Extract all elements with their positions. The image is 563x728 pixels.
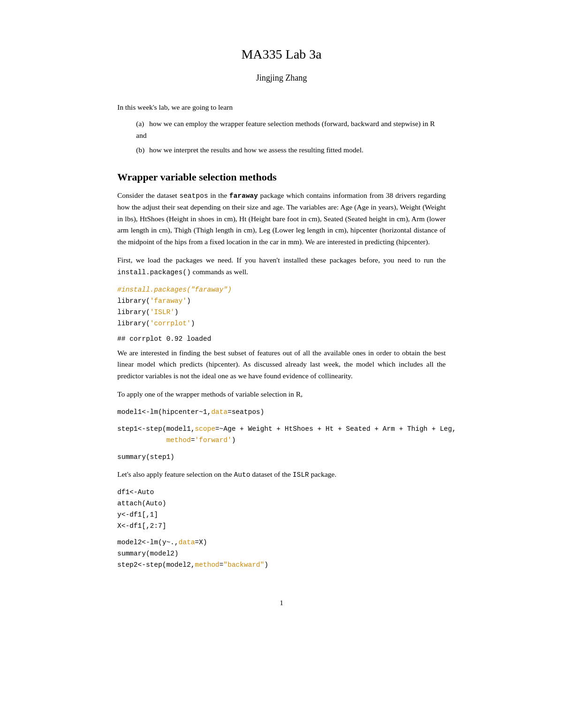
code-auto: Auto <box>234 471 251 479</box>
code-block-1: #install.packages("faraway") library('fa… <box>117 285 446 330</box>
code-step1-line1: step1<-step(model1,scope=~Age + Weight +… <box>117 424 446 435</box>
code-summary-step1: summary(step1) <box>117 452 446 463</box>
code-step2: step2<-step(model2,method="backward") <box>117 560 446 571</box>
list-item-a: (a) how we can employ the wrapper featur… <box>136 118 446 142</box>
output-corrplot: ## corrplot 0.92 loaded <box>117 335 446 343</box>
code-df1-auto: df1<-Auto <box>117 487 446 498</box>
para-auto: Let's also apply feature selection on th… <box>117 469 446 480</box>
section1-para1: Consider the dataset seatpos in the fara… <box>117 190 446 248</box>
code-faraway: faraway <box>229 192 258 200</box>
code-islr: ISLR <box>293 471 309 479</box>
code-x-df1: X<-df1[,2:7] <box>117 521 446 532</box>
code-line-comment: #install.packages("faraway") <box>117 285 446 296</box>
author-name: Jingjing Zhang <box>117 73 446 83</box>
code-block-auto: df1<-Auto attach(Auto) y<-df1[,1] X<-df1… <box>117 487 446 532</box>
code-model1: model1<-lm(hipcenter~1,data=seatpos) <box>117 407 446 418</box>
section1-heading: Wrapper variable selection methods <box>117 171 446 183</box>
list-label-a: (a) <box>136 118 147 130</box>
code-model2: model2<-lm(y~.,data=X) <box>117 537 446 548</box>
code-block-step1: step1<-step(model1,scope=~Age + Weight +… <box>117 424 446 446</box>
section1-para2: First, we load the packages we need. If … <box>117 255 446 278</box>
list-text-b: how we interpret the results and how we … <box>149 146 364 154</box>
list-label-b: (b) <box>136 144 147 156</box>
list-item-b: (b) how we interpret the results and how… <box>136 144 446 156</box>
code-summary-model2: summary(model2) <box>117 548 446 560</box>
intro-lead: In this week's lab, we are going to lear… <box>117 102 446 113</box>
code-install: install.packages() <box>117 269 191 276</box>
code-line-library1: library('faraway') <box>117 296 446 307</box>
code-seatpos: seatpos <box>179 192 208 200</box>
code-line-library2: library('ISLR') <box>117 307 446 318</box>
para-best-subset: We are interested in finding the best su… <box>117 347 446 382</box>
code-attach-auto: attach(Auto) <box>117 498 446 510</box>
code-block-model1: model1<-lm(hipcenter~1,data=seatpos) <box>117 407 446 418</box>
page-container: MA335 Lab 3a Jingjing Zhang In this week… <box>80 0 483 645</box>
page-number: 1 <box>117 599 446 607</box>
code-line-library3: library('corrplot') <box>117 318 446 330</box>
code-y-df1: y<-df1[,1] <box>117 510 446 521</box>
para-to-apply: To apply one of the wrapper methods of v… <box>117 389 446 400</box>
code-block-summary1: summary(step1) <box>117 452 446 463</box>
page-title: MA335 Lab 3a <box>117 47 446 62</box>
code-block-model2: model2<-lm(y~.,data=X) summary(model2) s… <box>117 537 446 571</box>
list-text-a: how we can employ the wrapper feature se… <box>136 120 435 139</box>
code-step1-line2: method='forward') <box>117 435 446 446</box>
